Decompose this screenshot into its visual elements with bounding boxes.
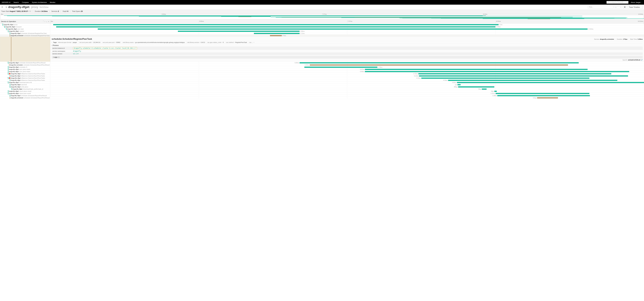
- span-row[interactable]: ˅dragonfly-dfgetscheduler.Scheduler/Repo…: [0, 94, 644, 97]
- span-bar-cell[interactable]: 2.28ms: [50, 94, 644, 97]
- span-tree-cell[interactable]: dragonfly-dfget/download/:task_prefix/:t…: [0, 88, 50, 90]
- span-tree-cell[interactable]: ˅dragonfly-dfgetdownload-piece-#0: [0, 82, 50, 84]
- span-bar-cell[interactable]: 6.83ms: [50, 62, 644, 64]
- detail-tags[interactable]: › Tags: internal.span.format = jaeger|ne…: [52, 41, 643, 44]
- tree-collapse-double-down-icon[interactable]: ⌄: [46, 20, 48, 22]
- caret-icon[interactable]: ˅: [6, 73, 8, 74]
- span-tree-cell[interactable]: dragonfly-schedulerscheduler.Scheduler/R…: [0, 34, 50, 36]
- span-row[interactable]: dragonfly-schedulerscheduler.Scheduler/R…: [0, 97, 644, 99]
- span-bar-cell[interactable]: 510µs: [50, 97, 644, 99]
- find-input[interactable]: Find...: [588, 6, 614, 8]
- span-bar-cell[interactable]: 4.15ms: [50, 79, 644, 81]
- span-tree-cell[interactable]: dragonfly-dfgetreport-piece-result: [0, 90, 50, 92]
- find-up-icon[interactable]: ˄: [617, 6, 618, 8]
- caret-icon[interactable]: ˅: [1, 24, 2, 26]
- find-cancel-icon[interactable]: ⊘: [615, 6, 616, 8]
- span-bar-cell[interactable]: 94µs: [50, 88, 644, 90]
- span-row[interactable]: dragonfly-schedulerscheduler.Scheduler/R…: [0, 64, 644, 66]
- caret-icon[interactable]: ˅: [6, 30, 8, 32]
- find-close-icon[interactable]: ✕: [620, 6, 621, 8]
- span-row[interactable]: dragonfly-dfgetwait-limit1µs: [0, 84, 644, 86]
- trace-minimap[interactable]: 0µs 3.63ms 7.27ms 10.9ms 14.53ms: [0, 13, 644, 20]
- span-row[interactable]: ˅!dragonfly-dfgetdfdaemon.Daemon/SyncPie…: [0, 77, 644, 79]
- process-header[interactable]: ›Process: [52, 44, 643, 46]
- nav-compare[interactable]: Compare: [22, 2, 29, 3]
- tree-collapse-down-icon[interactable]: ˅: [43, 20, 44, 22]
- span-row[interactable]: dragonfly-dfget/download/:task_prefix/:t…: [0, 88, 644, 90]
- span-row[interactable]: dragonfly-dfgetreport-piece-result10µs: [0, 90, 644, 92]
- span-bar-cell[interactable]: 10µs: [50, 90, 644, 92]
- span-bar-cell[interactable]: 1µs: [50, 84, 644, 86]
- keyboard-shortcut-button[interactable]: ⌘: [623, 6, 626, 9]
- caret-icon[interactable]: ˅: [8, 95, 10, 96]
- span-row[interactable]: ˅dragonfly-dfgetscheduler.Scheduler/Repo…: [0, 62, 644, 64]
- find-down-icon[interactable]: ˅: [618, 6, 620, 8]
- span-bar-cell[interactable]: 10.9ms: [50, 26, 644, 28]
- caret-icon[interactable]: ˅: [6, 82, 8, 83]
- span-row[interactable]: dragonfly-schedulerscheduler.Scheduler/R…: [0, 34, 644, 37]
- span-bar-cell[interactable]: 6.48ms: [50, 70, 644, 72]
- span-bar-cell[interactable]: 5.47ms: [50, 68, 644, 70]
- span-tree-cell[interactable]: dragonfly-dfgetsync-piece-tasks: [0, 70, 50, 72]
- span-tree-cell[interactable]: ˅dragonfly-dfgetregister: [0, 30, 50, 32]
- caret-icon[interactable]: ˅: [8, 86, 10, 88]
- caret-icon[interactable]: ˅: [6, 77, 8, 79]
- span-bar-cell[interactable]: 274µs: [50, 34, 644, 36]
- span-row[interactable]: ˅dragonfly-dfgetregister2.96ms: [0, 30, 644, 32]
- span-tree-cell[interactable]: ˅!dragonfly-dfgetdfdaemon.Daemon/SyncPie…: [0, 73, 50, 75]
- span-tree-cell[interactable]: ˅dragonfly-dfgetscheduler.Scheduler/Repo…: [0, 62, 50, 64]
- span-row[interactable]: ˅dragonfly-dfgettransport10.9ms: [0, 26, 644, 28]
- span-tree-cell[interactable]: dragonfly-dfgetdfdaemon.Daemon/SyncPiece…: [0, 75, 50, 77]
- span-row[interactable]: ˅dragonfly-dfgetproxy11ms: [0, 24, 644, 26]
- span-tree-cell[interactable]: ˅dragonfly-dfgetscheduler.Scheduler/Regi…: [0, 32, 50, 34]
- span-tree-cell[interactable]: dragonfly-dfgetsync-piece-tasks: [0, 68, 50, 70]
- span-row[interactable]: dragonfly-dfgetschedule-#11.79ms: [0, 66, 644, 68]
- collapse-all-icon[interactable]: [5, 6, 8, 8]
- caret-icon[interactable]: ˅: [3, 26, 4, 28]
- span-bar-cell[interactable]: 4.73ms: [50, 73, 644, 75]
- span-bar-cell[interactable]: 6.34ms: [50, 64, 644, 66]
- span-row[interactable]: dragonfly-dfgetdfdaemon.Daemon/SyncPiece…: [0, 79, 644, 82]
- span-row[interactable]: ˅dragonfly-dfgetscheduler.Scheduler/Regi…: [0, 32, 644, 34]
- caret-icon[interactable]: ˅: [6, 92, 8, 94]
- span-bar-cell[interactable]: 11ms: [50, 24, 644, 26]
- span-bar-cell[interactable]: 890µs: [50, 86, 644, 88]
- span-row[interactable]: ˅!dragonfly-dfgetdfdaemon.Daemon/SyncPie…: [0, 73, 644, 75]
- tree-collapse-right-icon[interactable]: ›: [44, 20, 45, 22]
- span-bar-cell[interactable]: 2.31ms: [50, 92, 644, 94]
- span-row[interactable]: ˅dragonfly-dfgetpeer-task12.02ms: [0, 28, 644, 30]
- span-row[interactable]: ˅dragonfly-dfgetreport-peer-result2.31ms: [0, 92, 644, 94]
- span-row[interactable]: dragonfly-dfgetsync-piece-tasks5.47ms: [0, 68, 644, 70]
- span-row[interactable]: dragonfly-dfgetdfdaemon.Daemon/SyncPiece…: [0, 75, 644, 77]
- span-bar-cell[interactable]: 1.79ms: [50, 66, 644, 68]
- span-row[interactable]: dragonfly-dfgetsync-piece-tasks6.48ms: [0, 70, 644, 73]
- view-mode-select[interactable]: Trace Timeline: [628, 6, 643, 9]
- logs-toggle[interactable]: › Logs (2): [52, 56, 643, 59]
- span-tree-cell[interactable]: ˅!dragonfly-dfgetdfdaemon.Daemon/SyncPie…: [0, 77, 50, 79]
- span-bar-cell[interactable]: 4.11ms: [50, 77, 644, 79]
- span-bar-cell[interactable]: 1.11ms: [50, 32, 644, 34]
- span-tree-cell[interactable]: ˅dragonfly-dfgetscheduler.Scheduler/Repo…: [0, 94, 50, 97]
- span-bar-cell[interactable]: 12.02ms: [50, 28, 644, 30]
- span-tree-cell[interactable]: dragonfly-dfgetwait-limit: [0, 84, 50, 86]
- caret-icon[interactable]: ˅: [8, 32, 10, 34]
- span-tree-cell[interactable]: dragonfly-schedulerscheduler.Scheduler/R…: [0, 97, 50, 99]
- link-icon[interactable]: 🔗: [641, 59, 643, 61]
- lookup-input[interactable]: Lookup by Trace ID...: [606, 1, 628, 4]
- span-tree-cell[interactable]: ˅dragonfly-dfgetproxy: [0, 24, 50, 26]
- span-bar-cell[interactable]: 5.12ms: [50, 75, 644, 77]
- nav-search[interactable]: Search: [14, 2, 19, 3]
- caret-icon[interactable]: ˅: [5, 28, 6, 30]
- span-bar-cell[interactable]: 4.64ms: [50, 82, 644, 84]
- span-tree-cell[interactable]: ˅dragonfly-dfgettransport: [0, 26, 50, 28]
- nav-monitor[interactable]: Monitor: [50, 2, 56, 3]
- span-tree-cell[interactable]: dragonfly-dfgetschedule-#1: [0, 66, 50, 68]
- tree-collapse-double-right-icon[interactable]: »: [48, 20, 49, 22]
- span-tree-cell[interactable]: dragonfly-schedulerscheduler.Scheduler/R…: [0, 64, 50, 66]
- about-menu[interactable]: About Jaeger: [631, 2, 642, 3]
- span-tree-cell[interactable]: dragonfly-dfgetdfdaemon.Daemon/SyncPiece…: [0, 79, 50, 81]
- span-row[interactable]: ˅dragonfly-dfgetwrite-piece890µs: [0, 86, 644, 88]
- caret-icon[interactable]: ˅: [6, 62, 8, 64]
- brand[interactable]: JAEGER UI: [2, 2, 10, 3]
- span-tree-cell[interactable]: ˅dragonfly-dfgetwrite-piece: [0, 86, 50, 88]
